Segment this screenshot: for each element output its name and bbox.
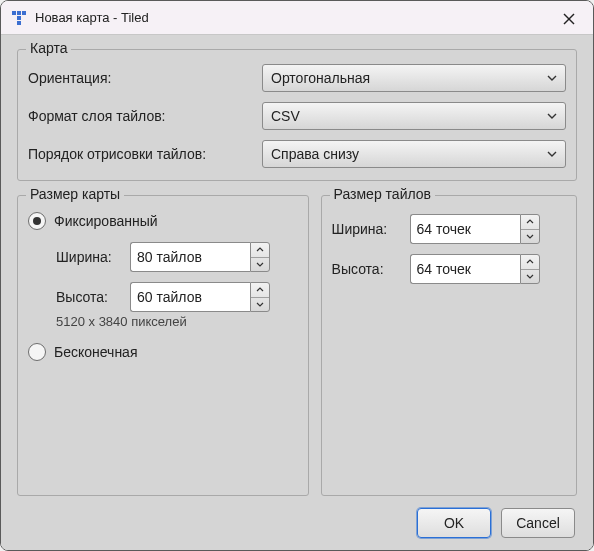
app-icon bbox=[11, 10, 27, 26]
tile-width-steppers bbox=[520, 214, 540, 244]
tile-height-value: 64 точек bbox=[410, 254, 520, 284]
map-height-label: Высота: bbox=[56, 289, 124, 305]
infinite-radio-label: Бесконечная bbox=[54, 344, 138, 360]
tile-width-value: 64 точек bbox=[410, 214, 520, 244]
size-columns: Размер карты Фиксированный Ширина: 80 та… bbox=[17, 195, 577, 496]
tile-width-row: Ширина: 64 точек bbox=[332, 214, 566, 244]
close-button[interactable] bbox=[555, 5, 583, 33]
layer-format-row: Формат слоя тайлов: CSV bbox=[28, 102, 566, 130]
dialog-footer: OK Cancel bbox=[17, 496, 577, 538]
orientation-row: Ориентация: Ортогональная bbox=[28, 64, 566, 92]
layer-format-label: Формат слоя тайлов: bbox=[28, 108, 256, 124]
map-size-fields: Ширина: 80 тайлов Высота: 60 тайлов bbox=[28, 242, 298, 312]
map-height-row: Высота: 60 тайлов bbox=[56, 282, 298, 312]
map-height-value: 60 тайлов bbox=[130, 282, 250, 312]
map-height-steppers bbox=[250, 282, 270, 312]
tile-size-group: Размер тайлов Ширина: 64 точек Высота: bbox=[321, 195, 577, 496]
tile-width-down[interactable] bbox=[521, 230, 539, 244]
dialog-content: Карта Ориентация: Ортогональная Формат с… bbox=[1, 35, 593, 550]
tile-width-label: Ширина: bbox=[332, 221, 404, 237]
cancel-button[interactable]: Cancel bbox=[501, 508, 575, 538]
map-width-label: Ширина: bbox=[56, 249, 124, 265]
map-width-up[interactable] bbox=[251, 243, 269, 258]
pixel-size-hint: 5120 x 3840 пикселей bbox=[28, 314, 298, 329]
svg-rect-3 bbox=[17, 16, 21, 20]
tile-width-up[interactable] bbox=[521, 215, 539, 230]
map-width-down[interactable] bbox=[251, 258, 269, 272]
infinite-radio[interactable] bbox=[28, 343, 46, 361]
infinite-radio-row: Бесконечная bbox=[28, 343, 298, 361]
map-group-legend: Карта bbox=[26, 40, 71, 56]
orientation-label: Ориентация: bbox=[28, 70, 256, 86]
tile-width-spinner[interactable]: 64 точек bbox=[410, 214, 540, 244]
render-order-label: Порядок отрисовки тайлов: bbox=[28, 146, 256, 162]
dialog-window: Новая карта - Tiled Карта Ориентация: Ор… bbox=[0, 0, 594, 551]
fixed-radio[interactable] bbox=[28, 212, 46, 230]
map-width-spinner[interactable]: 80 тайлов bbox=[130, 242, 270, 272]
chevron-down-icon bbox=[547, 113, 557, 119]
dialog-title: Новая карта - Tiled bbox=[35, 10, 149, 25]
close-icon bbox=[563, 13, 575, 25]
tile-height-steppers bbox=[520, 254, 540, 284]
chevron-down-icon bbox=[547, 151, 557, 157]
fixed-radio-row: Фиксированный bbox=[28, 212, 298, 230]
svg-rect-2 bbox=[22, 11, 26, 15]
svg-rect-1 bbox=[17, 11, 21, 15]
tile-height-spinner[interactable]: 64 точек bbox=[410, 254, 540, 284]
map-width-steppers bbox=[250, 242, 270, 272]
svg-rect-4 bbox=[17, 21, 21, 25]
map-size-legend: Размер карты bbox=[26, 186, 124, 202]
tile-height-label: Высота: bbox=[332, 261, 404, 277]
map-width-value: 80 тайлов bbox=[130, 242, 250, 272]
tile-height-down[interactable] bbox=[521, 270, 539, 284]
map-height-up[interactable] bbox=[251, 283, 269, 298]
tile-height-up[interactable] bbox=[521, 255, 539, 270]
ok-button[interactable]: OK bbox=[417, 508, 491, 538]
tile-height-row: Высота: 64 точек bbox=[332, 254, 566, 284]
render-order-row: Порядок отрисовки тайлов: Справа снизу bbox=[28, 140, 566, 168]
svg-rect-0 bbox=[12, 11, 16, 15]
chevron-down-icon bbox=[547, 75, 557, 81]
fixed-radio-label: Фиксированный bbox=[54, 213, 158, 229]
orientation-select[interactable]: Ортогональная bbox=[262, 64, 566, 92]
titlebar: Новая карта - Tiled bbox=[1, 1, 593, 35]
tile-size-legend: Размер тайлов bbox=[330, 186, 435, 202]
layer-format-value: CSV bbox=[271, 108, 300, 124]
map-height-spinner[interactable]: 60 тайлов bbox=[130, 282, 270, 312]
map-group: Карта Ориентация: Ортогональная Формат с… bbox=[17, 49, 577, 181]
map-height-down[interactable] bbox=[251, 298, 269, 312]
layer-format-select[interactable]: CSV bbox=[262, 102, 566, 130]
render-order-select[interactable]: Справа снизу bbox=[262, 140, 566, 168]
orientation-value: Ортогональная bbox=[271, 70, 370, 86]
render-order-value: Справа снизу bbox=[271, 146, 359, 162]
map-size-group: Размер карты Фиксированный Ширина: 80 та… bbox=[17, 195, 309, 496]
map-width-row: Ширина: 80 тайлов bbox=[56, 242, 298, 272]
